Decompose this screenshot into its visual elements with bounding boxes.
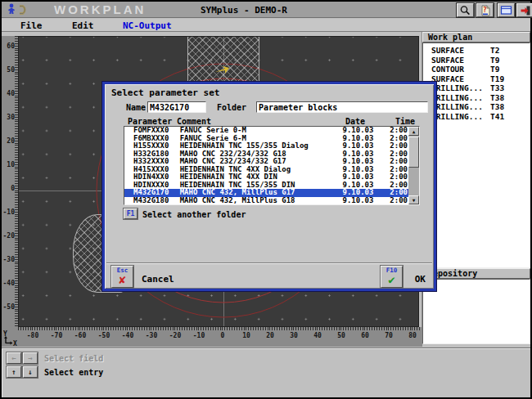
operation-name: SURFACE (431, 46, 490, 56)
work-plan-item[interactable]: DRILLING... T41 (423, 112, 530, 122)
column-time: Time (395, 117, 415, 126)
select-field-label: Select field (44, 354, 103, 363)
list-scrollbar[interactable]: ▲ ▼ (408, 127, 419, 204)
folder-label: Folder (217, 103, 246, 112)
y-tick-label: 20 (2, 138, 15, 145)
tool-number: T38 (490, 93, 530, 103)
x-axis-ruler (2, 327, 422, 347)
ok-label: OK (415, 274, 426, 285)
select-parameter-set-dialog: Select parameter set Name Folder Paramet… (102, 82, 436, 291)
x-tick-label: 60 (361, 333, 369, 339)
arrow-left-key[interactable]: ← (7, 352, 21, 364)
menu-edit[interactable]: Edit (72, 20, 94, 31)
name-label: Name (126, 103, 146, 112)
exit-icon[interactable] (516, 3, 532, 17)
workplan-logo-icon (6, 2, 50, 20)
cancel-label: Cancel (142, 274, 174, 285)
operation-name: SURFACE (431, 74, 490, 84)
svg-text:?: ? (483, 7, 487, 14)
work-plan-item[interactable]: SURFACE T2 (423, 46, 530, 56)
window-icon[interactable] (498, 3, 515, 17)
x-tick-label: 70 (385, 333, 393, 339)
work-plan-item[interactable]: CONTOUR T9 (423, 65, 530, 74)
ok-button[interactable]: F10 ✔ (381, 266, 403, 288)
x-tick-label: 0 (221, 333, 225, 339)
work-plan-item[interactable]: SURFACE T19 (423, 74, 530, 84)
title-bar: WORKPLAN SYMplus - DEMO-R ? (2, 2, 530, 18)
folder-input[interactable] (256, 101, 428, 113)
tool-number: T33 (490, 83, 530, 93)
operation-name: DRILLING... (431, 102, 490, 112)
x-tick-label: -50 (98, 333, 110, 339)
app-name: WORKPLAN (54, 2, 146, 16)
parameter-time: 2:00 (381, 197, 408, 205)
name-input[interactable] (147, 101, 206, 113)
svg-text:X: X (13, 340, 17, 346)
y-tick-label: 0 (2, 186, 15, 192)
tool-number: T9 (490, 56, 530, 65)
operation-name: SURFACE (431, 56, 490, 65)
work-plan-list[interactable]: SURFACE T2 SURFACE T9 CONTOUR T9 SURFACE… (422, 43, 530, 268)
parameter-date: 9.10.03 (342, 197, 381, 205)
x-tick-label: -30 (146, 333, 157, 339)
side-panel: Work plan SURFACE T2 SURFACE T9 CONTOUR … (422, 32, 530, 347)
cancel-x-icon: ✘ (112, 274, 133, 285)
tool-number: T19 (490, 74, 530, 84)
parameter-name: M432G180 (133, 197, 180, 205)
zoom-icon[interactable] (457, 3, 474, 17)
x-tick-label: -80 (27, 333, 38, 339)
parameter-row[interactable]: M432G180 MAHO CNC 432, MillPlus G18 9.10… (124, 197, 419, 205)
x-tick-label: -40 (122, 333, 133, 339)
column-parameter: Parameter (128, 117, 172, 126)
x-tick-label: 50 (337, 333, 345, 339)
f1-key-button[interactable]: F1 (124, 208, 138, 219)
operation-name: DRILLING... (431, 112, 490, 122)
x-tick-label: -10 (193, 333, 205, 339)
x-tick-label: 10 (242, 333, 250, 339)
select-another-folder-label: Select another folder (142, 210, 246, 219)
work-plan-header: Work plan (422, 32, 530, 43)
dialog-title: Select parameter set (111, 87, 219, 98)
x-tick-label: -70 (51, 333, 62, 339)
work-plan-item[interactable]: DRILLING... T38 (423, 93, 530, 103)
tool-number: T2 (490, 46, 530, 56)
y-tick-label: 60 (2, 43, 15, 50)
y-tick-label: -10 (2, 209, 15, 216)
scroll-down-icon[interactable]: ▼ (408, 195, 419, 204)
x-tick-label: -60 (74, 333, 86, 339)
parameter-row[interactable]: FOMFXXX0 FANUC Serie 0-M 9.10.03 2:00 (124, 127, 419, 135)
x-tick-label: 20 (266, 333, 274, 339)
work-plan-item[interactable]: DRILLING... T38 (423, 102, 530, 112)
y-tick-label: -30 (2, 257, 15, 263)
cancel-button[interactable]: Esc ✘ (111, 266, 133, 288)
svg-text:Y: Y (3, 330, 7, 338)
arrow-down-key[interactable]: ↓ (23, 366, 38, 378)
x-tick-label: 40 (313, 333, 322, 339)
operation-name: CONTOUR (431, 65, 490, 74)
help-page-icon[interactable]: ? (476, 3, 494, 17)
y-tick-label: -20 (2, 233, 15, 240)
arrow-right-key[interactable]: → (23, 352, 38, 364)
tool-number: T38 (490, 102, 530, 112)
arrow-up-key[interactable]: ↑ (7, 366, 21, 378)
depository-list[interactable] (422, 279, 530, 344)
column-date: Date (345, 117, 365, 126)
menu-nc-output[interactable]: NC-Output (123, 20, 172, 31)
tool-number: T41 (490, 112, 530, 122)
app-surface: WORKPLAN SYMplus - DEMO-R ? File Edit NC… (2, 2, 530, 397)
work-plan-item[interactable]: DRILLING... T33 (423, 83, 530, 93)
parameter-list[interactable]: FOMFXXX0 FANUC Serie 0-M 9.10.03 2:00 F6… (124, 126, 420, 205)
menu-file[interactable]: File (20, 20, 43, 31)
operation-name: DRILLING... (431, 83, 490, 93)
work-plan-item[interactable]: SURFACE T9 (423, 56, 530, 65)
x-tick-label: -20 (169, 333, 181, 339)
application-window: WORKPLAN SYMplus - DEMO-R ? File Edit NC… (0, 0, 532, 399)
scroll-up-icon[interactable]: ▲ (408, 127, 419, 136)
scrollbar-thumb[interactable] (408, 137, 419, 168)
x-tick-label: 30 (290, 333, 298, 339)
dialog-separator (106, 262, 432, 264)
tool-position-marker (215, 66, 230, 74)
ok-check-icon: ✔ (381, 274, 402, 285)
menu-bar: File Edit NC-Output (2, 19, 530, 32)
y-tick-label: -40 (2, 280, 15, 287)
